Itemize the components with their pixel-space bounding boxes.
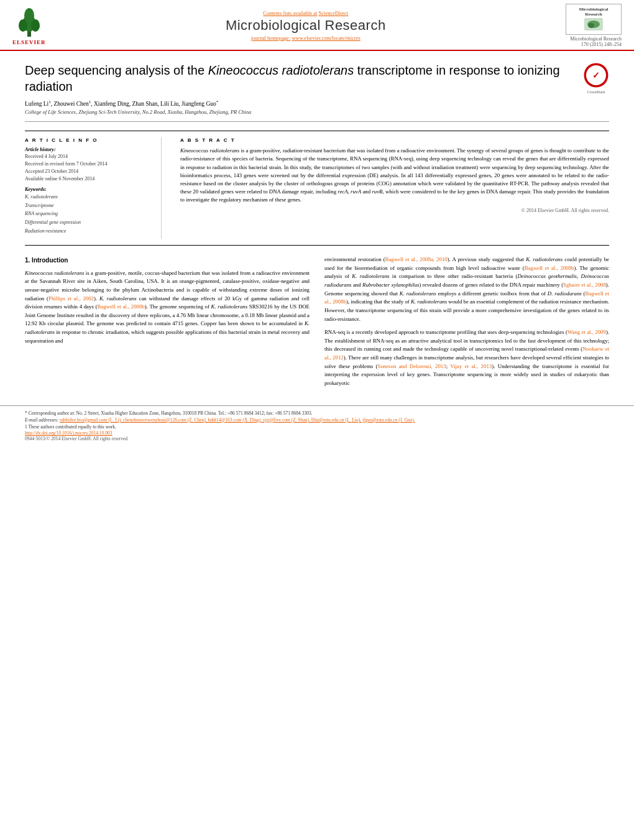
body-col-right: environmental restoration (Bagwell et al… — [324, 256, 609, 392]
footnotes: * Corresponding author at: No. 2 Street,… — [0, 410, 634, 442]
ref-bagwell-2008b-1[interactable]: Bagwell et al., 2008b — [97, 303, 144, 310]
svg-text:✓: ✓ — [592, 71, 600, 80]
authors-line: Lufeng Li1, Zhouwei Chen1, Xianfeng Ding… — [25, 99, 571, 107]
ref-bagwell-2008a[interactable]: Bagwell et al., 2008a, 2010 — [385, 256, 448, 262]
journal-center: Contents lists available at ScienceDirec… — [46, 10, 566, 41]
intro-paragraph-2: environmental restoration (Bagwell et al… — [324, 256, 609, 323]
ref-phillips[interactable]: Phillips et al., 2002 — [48, 295, 94, 302]
journal-logo-right: Microbiological Research Microbiological… — [566, 4, 622, 47]
equal-contribution-note: 1 These authors contributed equally to t… — [25, 423, 609, 430]
article-info-label: A R T I C L E I N F O — [25, 137, 149, 143]
sciencedirect-line: Contents lists available at ScienceDirec… — [46, 10, 566, 16]
two-col-meta: A R T I C L E I N F O Article history: R… — [25, 131, 609, 246]
article-info-col: A R T I C L E I N F O Article history: R… — [25, 137, 162, 239]
email-note: E-mail addresses: rabbitlee.bio@gmail.co… — [25, 417, 609, 423]
ref-bagwell-2008b-2[interactable]: Bagwell et al., 2008b — [525, 265, 574, 271]
journal-ref: Microbiological Research 170 (2015) 248–… — [566, 36, 622, 47]
intro-paragraph-3: RNA-seq is a recently developed approach… — [324, 328, 609, 387]
svg-point-6 — [588, 23, 594, 28]
elsevier-label: ELSEVIER — [12, 39, 46, 45]
article-wrapper: Deep sequencing analysis of the Kineococ… — [0, 51, 634, 393]
abstract-text: Kineococcus radiotolerans is a gram-posi… — [180, 147, 609, 204]
keywords-label: Keywords: — [25, 187, 149, 192]
journal-logo-box: Microbiological Research — [566, 4, 622, 35]
keywords-list: K. radiotolerans Transcriptome RNA seque… — [25, 193, 149, 235]
svg-point-4 — [24, 8, 34, 23]
keyword-3: RNA sequencing — [25, 210, 149, 218]
copyright-line: © 2014 Elsevier GmbH. All rights reserve… — [180, 208, 609, 213]
revised-date: Received in revised form 7 October 2014 — [25, 160, 149, 168]
article-title: Deep sequencing analysis of the Kineococ… — [25, 62, 571, 95]
main-body: 1. Introduction Kineococcus radiotoleran… — [25, 256, 609, 392]
issn-line: 0944-5013/© 2014 Elsevier GmbH. All righ… — [25, 436, 609, 441]
crossmark-badge: ✓ CrossMark — [583, 62, 609, 94]
journal-homepage: journal homepage: www.elsevier.com/locat… — [46, 35, 566, 41]
intro-paragraph-1: Kineococcus radiotolerans is a gram-posi… — [25, 269, 310, 346]
elsevier-logo: ELSEVIER — [12, 6, 46, 45]
ref-sghaier[interactable]: Sghaier et al., 2008 — [563, 282, 606, 288]
accepted-date: Accepted 23 October 2014 — [25, 168, 149, 175]
doi-link[interactable]: http://dx.doi.org/10.1016/j.micres.2014.… — [25, 430, 609, 436]
footer-area: * Corresponding author at: No. 2 Street,… — [0, 405, 634, 442]
sciencedirect-link[interactable]: ScienceDirect — [319, 10, 349, 16]
abstract-label: A B S T R A C T — [180, 137, 609, 143]
ref-vijay[interactable]: Vijay et al., 2013 — [450, 363, 492, 369]
body-col-left: 1. Introduction Kineococcus radiotoleran… — [25, 256, 310, 392]
elsevier-tree-icon — [13, 6, 45, 38]
abstract-col: A B S T R A C T Kineococcus radiotoleran… — [180, 137, 609, 239]
article-history-title: Article history: — [25, 147, 149, 152]
article-title-section: Deep sequencing analysis of the Kineococ… — [25, 51, 609, 122]
ref-nookaew[interactable]: Nookaew et al., 2012 — [324, 346, 609, 361]
ref-wang[interactable]: Wang et al., 2009 — [567, 329, 606, 335]
keywords-group: Keywords: K. radiotolerans Transcriptome… — [25, 187, 149, 235]
affiliation: College of Life Sciences, Zhejiang Sci-T… — [25, 109, 571, 115]
keyword-4: Differential gene expression — [25, 218, 149, 227]
keyword-5: Radiation-resistance — [25, 227, 149, 236]
article-history-group: Article history: Received 4 July 2014 Re… — [25, 147, 149, 183]
emails-list[interactable]: rabbitlee.bio@gmail.com (L. Li), chenzho… — [60, 417, 415, 423]
available-date: Available online 6 November 2014 — [25, 175, 149, 183]
journal-homepage-link[interactable]: www.elsevier.com/locate/micres — [292, 35, 360, 41]
received-date: Received 4 July 2014 — [25, 153, 149, 160]
journal-header: ELSEVIER Contents lists available at Sci… — [0, 0, 634, 51]
journal-title: Microbiological Research — [46, 17, 566, 34]
ref-soneson[interactable]: Soneson and Delorenzi, 2013 — [377, 363, 446, 369]
keyword-1: K. radiotolerans — [25, 193, 149, 201]
introduction-heading: 1. Introduction — [25, 256, 310, 265]
corresponding-author-note: * Corresponding author at: No. 2 Street,… — [25, 410, 609, 417]
keyword-2: Transcriptome — [25, 201, 149, 210]
